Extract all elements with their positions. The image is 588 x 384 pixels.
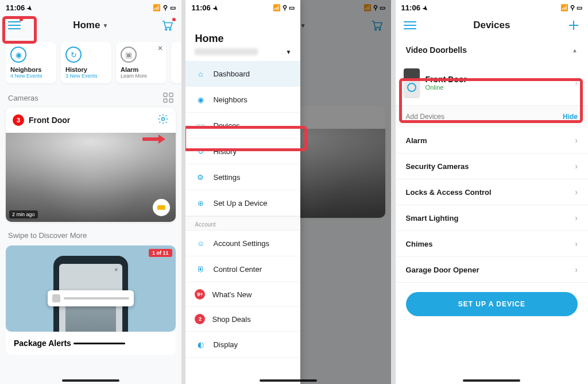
device-cat-security-cameras[interactable]: Security Cameras› (396, 153, 588, 179)
devices-header: Devices (396, 13, 588, 37)
svg-rect-5 (164, 93, 167, 97)
device-name: Front Door (425, 75, 467, 84)
notification-dot (20, 18, 23, 21)
doorbell-icon (404, 68, 420, 97)
device-cat-smart-lighting[interactable]: Smart Lighting› (396, 205, 588, 231)
pane-menu: 11:06➤📶 ⚲ ▭ Home▼ ◉Neighbors4 New Events… (185, 0, 390, 384)
card-title: Alarm (121, 66, 162, 73)
menu-item-shop-deals[interactable]: 2Shop Deals (185, 307, 300, 332)
menu-item-control-center[interactable]: ⛨Control Center (185, 256, 300, 282)
side-menu: 11:06➤📶 ⚲ ▭ Home ▼ ⌂Dashboard ◉Neighbors… (185, 0, 300, 384)
camera-tile-front-door[interactable]: 3 Front Door 2 min ago (6, 107, 176, 222)
device-cat-chimes[interactable]: Chimes› (396, 231, 588, 257)
menu-item-history[interactable]: ↻History (185, 139, 300, 164)
cart-button[interactable] (160, 18, 175, 33)
menu-list: ⌂Dashboard ◉Neighbors ○○Devices ↻History… (185, 61, 300, 358)
page-title: Devices (473, 20, 510, 31)
add-devices-header: Add Devices Hide (396, 105, 588, 128)
menu-title: Home (195, 33, 291, 45)
chevron-down-icon: ▼ (286, 49, 292, 55)
alarm-icon: ▣ (121, 47, 137, 63)
blurred-address (195, 48, 258, 55)
gear-icon[interactable] (157, 113, 169, 127)
device-status: Online (425, 84, 467, 91)
battery-icon: ▭ (170, 4, 176, 11)
menu-section-account: Account (185, 216, 300, 231)
status-bar: 11:06➤📶 ⚲ ▭ (185, 0, 300, 13)
svg-rect-8 (169, 99, 173, 102)
discover-card[interactable]: 1 of 11 ✕ (6, 245, 176, 332)
menu-item-setup-device[interactable]: ⊕Set Up a Device (185, 190, 300, 216)
camera-name: Front Door (29, 116, 70, 125)
svg-rect-6 (169, 93, 173, 97)
add-button[interactable] (566, 18, 581, 33)
section-video-doorbells[interactable]: Video Doorbells ▲ (396, 37, 588, 63)
svg-point-15 (374, 29, 376, 30)
svg-point-16 (379, 29, 381, 30)
plus-icon: ⊕ (195, 197, 206, 209)
pane-divider (391, 0, 396, 384)
status-bar: 11:06➤📶 ⚲ ▭ (396, 0, 588, 13)
card-neighbors[interactable]: ◉ Neighbors 4 New Events (6, 42, 56, 83)
pane-devices: 11:06➤📶 ⚲ ▭ Devices Video Doorbells ▲ Fr… (396, 0, 588, 384)
hamburger-button[interactable] (403, 18, 417, 33)
chevron-right-icon: › (575, 187, 578, 197)
menu-item-account-settings[interactable]: ☺Account Settings (185, 231, 300, 256)
setup-device-button[interactable]: SET UP A DEVICE (406, 292, 578, 316)
menu-item-display[interactable]: ◐Display (185, 332, 300, 358)
home-icon: ⌂ (195, 68, 206, 79)
chevron-right-icon: › (575, 78, 578, 87)
badge-icon: 9+ (195, 289, 205, 299)
people-icon: ◉ (10, 47, 26, 63)
event-count-badge: 3 (13, 114, 24, 126)
card-history[interactable]: ↻ History 3 New Events (61, 42, 111, 83)
home-indicator (463, 379, 520, 382)
device-cat-garage[interactable]: Garage Door Opener› (396, 257, 588, 283)
card-peek[interactable] (171, 42, 181, 83)
chevron-right-icon: › (575, 213, 578, 222)
chevron-right-icon: › (575, 265, 578, 274)
svg-point-9 (161, 118, 164, 121)
pane-divider (181, 0, 186, 384)
menu-item-neighbors[interactable]: ◉Neighbors (185, 87, 300, 113)
cart-dot (172, 18, 176, 21)
chevron-right-icon: › (575, 162, 578, 171)
device-cat-alarm[interactable]: Alarm› (396, 128, 588, 153)
contrast-icon: ◐ (195, 339, 206, 350)
signal-icon: 📶 (153, 4, 161, 11)
home-header: Home▼ (0, 13, 181, 37)
shield-icon: ⛨ (195, 263, 206, 275)
user-icon: ☺ (195, 237, 206, 249)
hide-link[interactable]: Hide (563, 113, 578, 121)
history-icon: ↻ (65, 47, 82, 63)
chevron-right-icon: › (575, 239, 578, 248)
camera-tile-header: 3 Front Door (6, 107, 176, 133)
menu-item-settings[interactable]: ⚙Settings (185, 164, 300, 190)
badge-icon: 2 (195, 314, 205, 324)
battery-fab[interactable] (153, 199, 170, 216)
cameras-section-header: Cameras (0, 88, 181, 105)
location-selector[interactable]: Home▼ (73, 20, 108, 31)
card-sub: 4 New Events (10, 73, 52, 79)
menu-item-devices[interactable]: ○○Devices (185, 113, 300, 139)
chevron-right-icon: › (575, 136, 578, 145)
quick-cards-row[interactable]: ◉ Neighbors 4 New Events ↻ History 3 New… (0, 37, 181, 88)
hamburger-button[interactable] (7, 18, 22, 33)
home-indicator (62, 379, 119, 382)
discover-counter: 1 of 11 (149, 249, 172, 257)
menu-item-dashboard[interactable]: ⌂Dashboard (185, 61, 300, 87)
close-icon[interactable]: ✕ (157, 44, 163, 52)
device-row-front-door[interactable]: Front Door Online › (396, 63, 588, 103)
discover-label: Swipe to Discover More (0, 224, 181, 242)
grid-view-icon[interactable] (163, 93, 173, 103)
card-alarm[interactable]: ✕ ▣ Alarm Learn More (116, 42, 167, 83)
gear-icon: ⚙ (195, 171, 206, 183)
history-icon: ↻ (195, 145, 206, 157)
chevron-down-icon: ▼ (102, 22, 108, 29)
device-cat-locks[interactable]: Locks & Access Control› (396, 179, 588, 205)
menu-item-whats-new[interactable]: 9+What's New (185, 282, 300, 307)
discover-footer: Package Alerts (6, 332, 176, 355)
pane-home: 11:06➤ 📶 ⚲ ▭ Home▼ ◉ Nei (0, 0, 181, 384)
camera-snapshot[interactable]: 2 min ago (6, 133, 176, 222)
location-dropdown[interactable]: ▼ (195, 48, 291, 55)
